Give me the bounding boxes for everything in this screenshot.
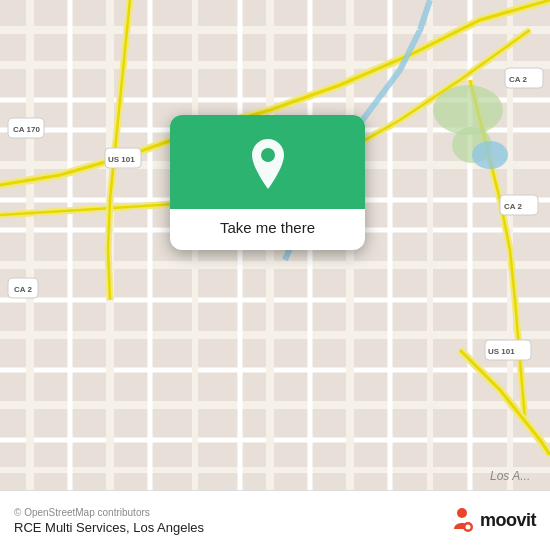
svg-point-46 <box>261 148 275 162</box>
svg-text:US 101: US 101 <box>488 347 515 356</box>
svg-text:CA 2: CA 2 <box>504 202 522 211</box>
take-me-there-button[interactable]: Take me there <box>204 209 331 250</box>
svg-text:US 101: US 101 <box>108 155 135 164</box>
map-view: CA 170 US 101 CA 2 US CA 2 CA 2 US 101 L… <box>0 0 550 490</box>
svg-point-47 <box>457 508 467 518</box>
location-info: © OpenStreetMap contributors RCE Multi S… <box>14 507 448 535</box>
copyright-text: © OpenStreetMap contributors <box>14 507 448 518</box>
moovit-brand-text: moovit <box>480 510 536 531</box>
location-pin-icon <box>246 137 290 191</box>
svg-text:Los A...: Los A... <box>490 469 530 483</box>
location-popup: Take me there <box>170 115 365 250</box>
location-name: RCE Multi Services, Los Angeles <box>14 520 448 535</box>
moovit-brand-icon <box>448 507 476 535</box>
popup-header <box>170 115 365 209</box>
svg-text:CA 2: CA 2 <box>509 75 527 84</box>
bottom-bar: © OpenStreetMap contributors RCE Multi S… <box>0 490 550 550</box>
moovit-logo: moovit <box>448 507 536 535</box>
svg-text:CA 2: CA 2 <box>14 285 32 294</box>
svg-text:CA 170: CA 170 <box>13 125 40 134</box>
svg-point-49 <box>465 524 470 529</box>
svg-point-30 <box>472 141 508 169</box>
